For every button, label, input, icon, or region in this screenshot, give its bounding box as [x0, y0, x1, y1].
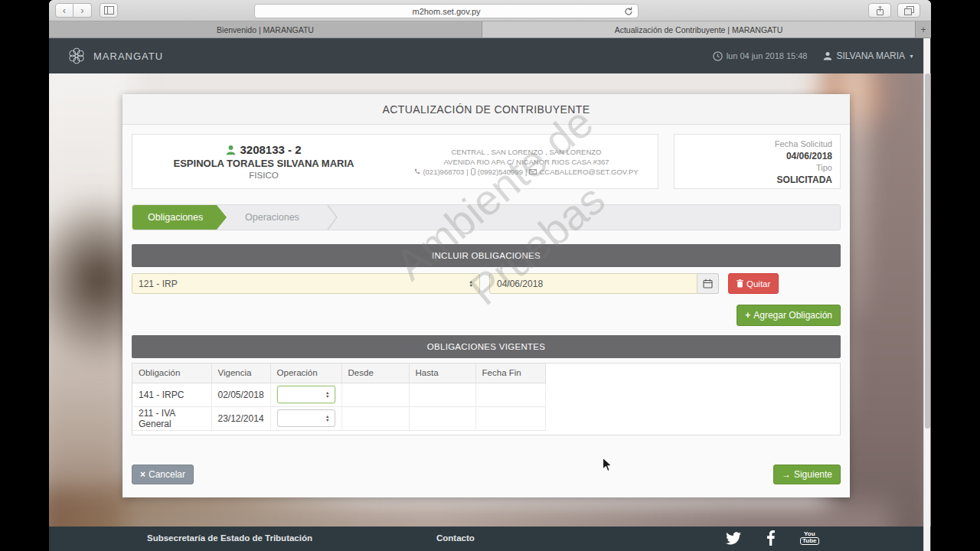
- sidebar-icon[interactable]: [100, 3, 118, 18]
- cancelar-button[interactable]: × Cancelar: [132, 465, 194, 484]
- youtube-icon[interactable]: You Tube: [800, 531, 819, 545]
- cancelar-label: Cancelar: [149, 469, 185, 480]
- cell-obligacion: 141 - IRPC: [132, 383, 211, 406]
- browser-tab-bienvenido[interactable]: Bienvenido | MARANGATU: [49, 21, 482, 37]
- browser-tabbar: Bienvenido | MARANGATU Actualización de …: [49, 21, 931, 38]
- col-obligacion: Obligación: [132, 364, 211, 383]
- request-date-label: Fecha Solicitud: [682, 139, 832, 151]
- col-operacion: Operación: [270, 364, 341, 383]
- marangatu-logo-icon: [66, 45, 87, 67]
- obligation-select-value: 121 - IRP: [139, 279, 178, 289]
- scrollbar[interactable]: [923, 38, 930, 551]
- arrow-right-icon: →: [782, 469, 791, 480]
- siguiente-button[interactable]: → Siguiente: [773, 465, 841, 484]
- browser-tab-actualizacion[interactable]: Actualización de Contribuyente | MARANGA…: [482, 21, 916, 37]
- cell-vigencia: 23/12/2014: [211, 406, 270, 430]
- obligaciones-vigentes-header: OBLIGACIONES VIGENTES: [132, 335, 841, 358]
- new-tab-button[interactable]: +: [916, 21, 931, 37]
- tab-overview-icon[interactable]: [897, 3, 920, 18]
- header-datetime: lun 04 jun 2018 15:48: [713, 51, 808, 61]
- envelope-icon: [529, 169, 537, 174]
- col-hasta: Hasta: [409, 364, 475, 383]
- footer-org: Subsecretaría de Estado de Tributación: [147, 533, 312, 543]
- col-fecha-fin: Fecha Fin: [475, 364, 545, 383]
- select-arrows-icon: ▲▼: [325, 415, 329, 422]
- taxpayer-icon: [226, 145, 236, 155]
- user-icon: [823, 51, 832, 60]
- phone-icon: [414, 168, 420, 174]
- taxpayer-ruc: 3208133 - 2: [240, 143, 301, 156]
- operacion-select-row1[interactable]: ▲▼: [277, 386, 335, 403]
- app-footer: Subsecretaría de Estado de Tributación C…: [49, 527, 931, 551]
- calendar-icon: [703, 279, 713, 289]
- taxpayer-type: FISICO: [249, 171, 278, 180]
- obligaciones-table: Obligación Vigencia Operación Desde Hast…: [132, 364, 546, 431]
- request-type-value: SOLICITADA: [682, 174, 832, 187]
- separator: |: [466, 167, 468, 177]
- taxpayer-info-row: 3208133 - 2 ESPINOLA TORALES SILVANA MAR…: [122, 125, 850, 198]
- mobile-icon: [471, 168, 475, 175]
- scrollbar-thumb[interactable]: [925, 73, 930, 429]
- tab-operaciones[interactable]: Operaciones: [227, 205, 315, 230]
- quitar-button[interactable]: Quitar: [728, 273, 779, 294]
- taxpayer-name: ESPINOLA TORALES SILVANA MARIA: [174, 158, 354, 169]
- browser-toolbar: ‹ › m2hom.set.gov.py: [49, 0, 931, 21]
- taxpayer-address-1: CENTRAL , SAN LORENZO , SAN LORENZO: [451, 147, 601, 157]
- page-viewport: MARANGATU lun 04 jun 2018 15:48 SILVANA …: [49, 38, 931, 551]
- app-brand[interactable]: MARANGATU: [66, 45, 163, 67]
- facebook-icon[interactable]: [766, 530, 775, 546]
- agregar-obligacion-button[interactable]: + Agregar Obligación: [737, 305, 841, 326]
- request-type-label: Tipo: [682, 162, 832, 174]
- address-bar[interactable]: m2hom.set.gov.py: [254, 4, 639, 18]
- col-vigencia: Vigencia: [211, 364, 270, 383]
- select-arrows-icon: ▲▼: [325, 391, 329, 399]
- obligation-select[interactable]: 121 - IRP ▲▼: [132, 273, 480, 294]
- obligaciones-table-container: Obligación Vigencia Operación Desde Hast…: [132, 363, 841, 435]
- trash-icon: [737, 279, 743, 288]
- app-brand-label: MARANGATU: [93, 51, 163, 62]
- tab-operaciones-label: Operaciones: [245, 212, 299, 223]
- obligation-date-group: 04/06/2018: [489, 273, 719, 294]
- cell-vigencia: 02/05/2018: [211, 383, 270, 406]
- browser-window: ‹ › m2hom.set.gov.py: [49, 0, 931, 551]
- obligation-date-input[interactable]: 04/06/2018: [489, 273, 697, 294]
- step-chevron-icon: [327, 205, 338, 230]
- calendar-button[interactable]: [697, 273, 719, 294]
- operacion-select-row2[interactable]: ▲▼: [277, 409, 335, 427]
- reload-icon[interactable]: [623, 6, 634, 18]
- close-icon: ×: [140, 469, 145, 480]
- browser-forward-button[interactable]: ›: [74, 3, 92, 18]
- siguiente-label: Siguiente: [794, 469, 832, 480]
- mouse-cursor: [602, 457, 613, 476]
- table-row: 211 - IVA General 23/12/2014 ▲▼: [132, 406, 545, 430]
- header-datetime-text: lun 04 jun 2018 15:48: [727, 51, 808, 60]
- tab-obligaciones[interactable]: Obligaciones: [132, 205, 227, 230]
- twitter-icon[interactable]: [726, 532, 741, 545]
- quitar-label: Quitar: [746, 279, 770, 289]
- tab-obligaciones-label: Obligaciones: [148, 212, 203, 223]
- user-menu[interactable]: SILVANA MARIA ▼: [823, 51, 914, 61]
- agregar-obligacion-label: Agregar Obligación: [753, 310, 832, 321]
- taxpayer-mobile: (0992)540999: [478, 167, 523, 177]
- incluir-obligaciones-header: INCLUIR OBLIGACIONES: [132, 244, 841, 267]
- select-arrows-icon: ▲▼: [469, 280, 473, 288]
- taxpayer-address-2: AVENIDA RIO APA C/ NICANOR RIOS CASA #36…: [443, 157, 609, 167]
- desktop: ‹ › m2hom.set.gov.py: [0, 0, 980, 551]
- browser-back-button[interactable]: ‹: [55, 3, 74, 18]
- request-box: Fecha Solicitud 04/06/2018 Tipo SOLICITA…: [674, 134, 841, 189]
- separator: |: [525, 167, 527, 177]
- clock-icon: [713, 51, 723, 61]
- request-date-value: 04/06/2018: [682, 151, 832, 163]
- user-name: SILVANA MARIA: [836, 51, 905, 61]
- col-desde: Desde: [341, 364, 409, 383]
- taxpayer-phone: (021)968703: [423, 167, 464, 177]
- cell-obligacion: 211 - IVA General: [132, 406, 211, 430]
- taxpayer-email: CCABALLERO@SET.GOV.PY: [539, 167, 638, 177]
- footer-contact-link[interactable]: Contacto: [436, 533, 475, 543]
- taxpayer-box: 3208133 - 2 ESPINOLA TORALES SILVANA MAR…: [132, 134, 658, 189]
- chevron-down-icon: ▼: [909, 54, 914, 59]
- table-row: 141 - IRPC 02/05/2018 ▲▼: [132, 383, 545, 406]
- contribuyente-card: ACTUALIZACIÓN DE CONTRIBUYENTE 3208133 -…: [122, 94, 850, 497]
- share-icon[interactable]: [868, 3, 891, 18]
- obligation-date-value: 04/06/2018: [497, 279, 543, 289]
